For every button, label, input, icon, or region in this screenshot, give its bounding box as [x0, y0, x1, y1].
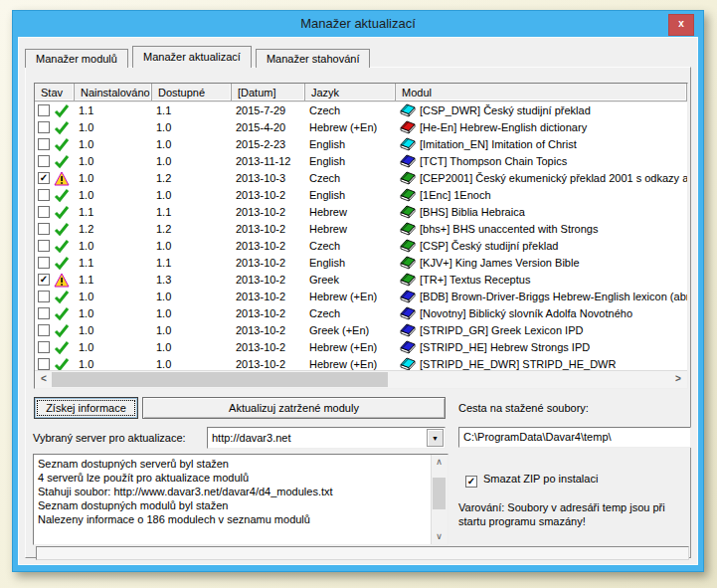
available-version: 1.0: [156, 356, 171, 371]
release-date: 2013-10-2: [236, 238, 285, 255]
title-bar[interactable]: Manažer aktualizací x: [13, 11, 703, 37]
column-header-modul[interactable]: Modul: [396, 84, 687, 101]
row-checkbox[interactable]: [38, 358, 50, 370]
language: Czech: [309, 170, 340, 187]
row-checkbox[interactable]: [38, 155, 50, 167]
status-log-box[interactable]: Seznam dostupných serverů byl stažen 4 s…: [33, 454, 448, 545]
module-name: [CSP] Český studijní překlad: [420, 238, 558, 255]
tab-manazer-aktualizaci[interactable]: Manažer aktualizací: [132, 46, 252, 68]
row-checkbox[interactable]: [38, 189, 50, 201]
language: Hebrew (+En): [309, 289, 377, 305]
close-icon[interactable]: x: [668, 14, 694, 36]
column-header-dostupne[interactable]: Dostupné: [152, 84, 232, 101]
table-row[interactable]: ✓1.01.22013-10-3Czech[CEP2001] Český eku…: [35, 170, 687, 187]
modules-listview[interactable]: Stav Nainstalováno Dostupné [Datum] Jazy…: [34, 83, 688, 389]
installed-version: 1.1: [79, 255, 93, 272]
table-row[interactable]: 1.01.02013-11-12English[TCT] Thompson Ch…: [35, 153, 687, 170]
table-row[interactable]: 1.01.02013-10-2Greek (+En)[STRIPD_GR] Gr…: [35, 322, 687, 339]
release-date: 2013-10-2: [236, 204, 285, 221]
horizontal-scrollbar[interactable]: < >: [35, 370, 687, 388]
row-checkbox[interactable]: [38, 291, 50, 302]
row-checkbox[interactable]: [38, 121, 50, 133]
module-name: [He-En] Hebrew-English dictionary: [420, 119, 587, 136]
warning-triangle-icon: [54, 171, 70, 186]
column-header-stav[interactable]: Stav: [35, 84, 75, 101]
row-checkbox[interactable]: [38, 104, 50, 116]
module-name: [TCT] Thompson Chain Topics: [420, 153, 567, 170]
row-checkbox[interactable]: [38, 257, 50, 269]
available-version: 1.1: [156, 102, 171, 119]
tab-manazer-modulu[interactable]: Manažer modulů: [25, 49, 128, 68]
scroll-up-icon[interactable]: ∧: [432, 455, 447, 470]
scroll-down-icon[interactable]: ∨: [432, 529, 447, 544]
installed-version: 1.0: [79, 339, 93, 356]
row-checkbox[interactable]: ✓: [38, 274, 50, 286]
table-row[interactable]: 1.01.02013-10-2Czech[Novotny] Biblický s…: [35, 305, 687, 322]
window-title: Manažer aktualizací: [13, 16, 703, 31]
update-checked-modules-button[interactable]: Aktualizuj zatržené moduly: [142, 397, 446, 419]
get-info-button[interactable]: Získej informace: [34, 397, 138, 419]
language: Hebrew (+En): [309, 119, 377, 136]
table-row[interactable]: 1.01.02013-10-2Hebrew (+En)[STRIPD_HE_DW…: [35, 356, 687, 371]
temp-warning-text: Varování: Soubory v adresáři temp jsou p…: [458, 500, 695, 528]
delete-zip-checkbox[interactable]: ✓: [465, 476, 477, 488]
installed-version: 1.2: [79, 221, 93, 238]
row-checkbox[interactable]: [38, 324, 50, 336]
column-header-jazyk[interactable]: Jazyk: [305, 84, 396, 101]
book-icon: [400, 340, 416, 355]
table-row[interactable]: 1.01.02013-10-2Hebrew (+En)[STRIPD_HE] H…: [35, 339, 687, 356]
table-row[interactable]: 1.01.02015-2-23English[Imitation_EN] Imi…: [35, 136, 687, 153]
module-name: [bhs+] BHS unaccented with Strongs: [420, 221, 598, 238]
release-date: 2013-11-12: [236, 153, 290, 170]
release-date: 2013-10-2: [236, 221, 285, 238]
delete-zip-checkbox-row[interactable]: ✓Smazat ZIP po instalaci: [465, 473, 598, 487]
tab-strip: Manažer modulů Manažer aktualizací Manaž…: [25, 46, 371, 68]
table-row[interactable]: ✓1.11.32013-10-2Greek[TR+] Textus Recept…: [35, 272, 687, 289]
row-checkbox[interactable]: [38, 341, 50, 353]
log-scrollbar-thumb[interactable]: [433, 478, 446, 509]
available-version: 1.2: [156, 170, 171, 187]
table-row[interactable]: 1.11.12013-10-2English[KJV+] King James …: [35, 255, 687, 272]
table-row[interactable]: 1.21.22013-10-2Hebrew[bhs+] BHS unaccent…: [35, 221, 687, 238]
release-date: 2013-10-2: [236, 305, 285, 322]
download-path-field[interactable]: C:\ProgramData\Davar4\temp\: [458, 427, 691, 448]
row-checkbox[interactable]: ✓: [38, 172, 50, 184]
row-checkbox[interactable]: [38, 223, 50, 235]
check-icon: [54, 137, 70, 152]
scroll-left-icon[interactable]: <: [36, 371, 52, 387]
module-name: [STRIPD_GR] Greek Lexicon IPD: [420, 322, 583, 339]
column-header-nainstalovano[interactable]: Nainstalováno: [75, 84, 152, 101]
chevron-down-icon[interactable]: ▼: [427, 429, 444, 447]
row-checkbox[interactable]: [38, 206, 50, 218]
available-version: 1.0: [156, 187, 171, 204]
table-row[interactable]: 1.01.02013-10-2Hebrew (+En)[BDB] Brown-D…: [35, 289, 687, 305]
table-row[interactable]: 1.01.02013-10-2Czech[CSP] Český studijní…: [35, 238, 687, 255]
language: Czech: [309, 102, 340, 119]
check-icon: [54, 120, 70, 135]
release-date: 2013-10-2: [236, 322, 285, 339]
row-checkbox[interactable]: [38, 138, 50, 150]
available-version: 1.3: [156, 272, 171, 289]
horizontal-scrollbar-thumb[interactable]: [52, 372, 388, 387]
book-icon: [400, 273, 416, 288]
language: English: [309, 136, 345, 153]
available-version: 1.0: [156, 136, 171, 153]
table-row[interactable]: 1.11.12015-7-29Czech[CSP_DWR] Český stud…: [35, 102, 687, 119]
row-checkbox[interactable]: [38, 240, 50, 252]
book-icon: [400, 357, 416, 371]
installed-version: 1.1: [79, 102, 93, 119]
tab-manazer-stahovani[interactable]: Manažer stahování: [256, 49, 371, 68]
table-row[interactable]: 1.01.02013-10-2English[1Enc] 1Enoch: [35, 187, 687, 204]
scroll-right-icon[interactable]: >: [670, 371, 686, 387]
language: English: [309, 153, 345, 170]
table-row[interactable]: 1.01.02015-4-20Hebrew (+En)[He-En] Hebre…: [35, 119, 687, 136]
column-header-datum[interactable]: [Datum]: [232, 84, 305, 101]
server-label: Vybraný server pro aktualizace:: [33, 432, 186, 444]
module-name: [CEP2001] Český ekumenický překlad 2001 …: [420, 170, 687, 187]
release-date: 2013-10-2: [236, 255, 285, 272]
table-row[interactable]: 1.11.12013-10-2Hebrew[BHS] Biblia Hebrai…: [35, 204, 687, 221]
log-vertical-scrollbar[interactable]: ∧ ∨: [431, 455, 448, 544]
server-combobox[interactable]: http://davar3.net ▼: [207, 427, 446, 449]
row-checkbox[interactable]: [38, 307, 50, 319]
installed-version: 1.0: [79, 119, 93, 136]
